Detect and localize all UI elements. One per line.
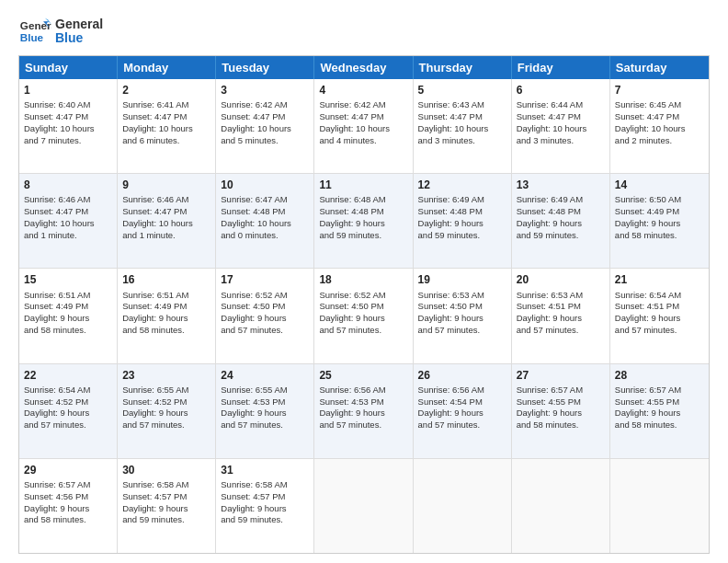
empty-cell xyxy=(512,459,610,553)
day-info-line: and 57 minutes. xyxy=(615,325,704,337)
day-info-line: Sunrise: 6:55 AM xyxy=(221,385,309,396)
day-info-line: Sunrise: 6:55 AM xyxy=(122,385,210,396)
day-number: 7 xyxy=(615,83,704,98)
day-info-line: Daylight: 10 hours xyxy=(122,123,210,135)
day-cell-12: 12Sunrise: 6:49 AMSunset: 4:48 PMDayligh… xyxy=(414,174,512,268)
calendar-row-4: 22Sunrise: 6:54 AMSunset: 4:52 PMDayligh… xyxy=(19,364,709,459)
day-cell-28: 28Sunrise: 6:57 AMSunset: 4:55 PMDayligh… xyxy=(610,364,709,458)
day-info-line: and 58 minutes. xyxy=(615,230,704,242)
day-number: 25 xyxy=(319,368,407,383)
day-number: 5 xyxy=(418,83,506,98)
day-info-line: and 57 minutes. xyxy=(122,419,210,431)
day-info-line: and 57 minutes. xyxy=(24,419,112,431)
day-cell-8: 8Sunrise: 6:46 AMSunset: 4:47 PMDaylight… xyxy=(19,174,118,268)
day-cell-3: 3Sunrise: 6:42 AMSunset: 4:47 PMDaylight… xyxy=(216,79,314,173)
day-number: 1 xyxy=(24,83,112,98)
day-cell-13: 13Sunrise: 6:49 AMSunset: 4:48 PMDayligh… xyxy=(512,174,610,268)
day-number: 18 xyxy=(319,272,407,287)
day-info-line: Daylight: 10 hours xyxy=(418,123,506,135)
day-info-line: Sunrise: 6:47 AM xyxy=(221,194,309,206)
day-cell-23: 23Sunrise: 6:55 AMSunset: 4:52 PMDayligh… xyxy=(118,364,216,458)
day-info-line: Daylight: 10 hours xyxy=(517,123,605,135)
day-info-line: Sunset: 4:47 PM xyxy=(319,111,407,123)
day-info-line: Daylight: 9 hours xyxy=(221,503,309,515)
day-info-line: Sunset: 4:47 PM xyxy=(24,206,112,218)
day-info-line: Daylight: 9 hours xyxy=(221,313,309,325)
day-info-line: and 6 minutes. xyxy=(122,135,210,147)
day-cell-29: 29Sunrise: 6:57 AMSunset: 4:56 PMDayligh… xyxy=(19,459,118,553)
day-info-line: Sunset: 4:47 PM xyxy=(24,111,112,123)
day-info-line: Sunrise: 6:53 AM xyxy=(517,290,605,302)
header-day-saturday: Saturday xyxy=(610,56,709,79)
day-info-line: Sunrise: 6:51 AM xyxy=(122,290,210,302)
day-info-line: Sunrise: 6:49 AM xyxy=(517,194,605,206)
day-number: 20 xyxy=(517,272,605,287)
day-info-line: and 57 minutes. xyxy=(418,325,506,337)
day-cell-15: 15Sunrise: 6:51 AMSunset: 4:49 PMDayligh… xyxy=(19,269,118,362)
day-number: 30 xyxy=(122,463,210,477)
day-info-line: Daylight: 9 hours xyxy=(24,503,112,515)
calendar-header: SundayMondayTuesdayWednesdayThursdayFrid… xyxy=(19,56,709,79)
day-info-line: and 3 minutes. xyxy=(517,135,605,147)
logo-blue: Blue xyxy=(55,31,103,45)
header-day-sunday: Sunday xyxy=(19,56,118,79)
day-number: 29 xyxy=(24,463,112,477)
day-info-line: and 58 minutes. xyxy=(24,325,112,337)
day-info-line: Sunset: 4:49 PM xyxy=(24,301,112,313)
day-info-line: Sunset: 4:48 PM xyxy=(221,206,309,218)
day-cell-1: 1Sunrise: 6:40 AMSunset: 4:47 PMDaylight… xyxy=(19,79,118,173)
day-info-line: Sunset: 4:50 PM xyxy=(221,301,309,313)
day-number: 15 xyxy=(24,272,112,287)
day-info-line: Sunrise: 6:42 AM xyxy=(319,99,407,111)
day-info-line: Daylight: 10 hours xyxy=(122,218,210,230)
day-number: 2 xyxy=(122,83,210,98)
header-day-wednesday: Wednesday xyxy=(314,56,413,79)
day-info-line: Sunrise: 6:56 AM xyxy=(418,385,506,396)
day-info-line: Daylight: 9 hours xyxy=(418,408,506,419)
day-info-line: and 57 minutes. xyxy=(319,325,407,337)
day-info-line: Sunset: 4:48 PM xyxy=(517,206,605,218)
day-info-line: Sunset: 4:47 PM xyxy=(122,206,210,218)
day-info-line: Daylight: 9 hours xyxy=(418,313,506,325)
day-number: 22 xyxy=(24,368,112,383)
day-number: 6 xyxy=(517,83,605,98)
day-info-line: Daylight: 9 hours xyxy=(24,313,112,325)
day-number: 16 xyxy=(122,272,210,287)
day-info-line: Daylight: 10 hours xyxy=(24,218,112,230)
day-info-line: Daylight: 9 hours xyxy=(122,503,210,515)
day-info-line: Sunset: 4:52 PM xyxy=(24,396,112,408)
day-info-line: Sunset: 4:49 PM xyxy=(122,301,210,313)
day-info-line: Sunset: 4:55 PM xyxy=(517,396,605,408)
logo-general: General xyxy=(55,17,103,31)
day-number: 26 xyxy=(418,368,506,383)
day-cell-20: 20Sunrise: 6:53 AMSunset: 4:51 PMDayligh… xyxy=(512,269,610,362)
day-info-line: Sunset: 4:54 PM xyxy=(418,396,506,408)
day-cell-10: 10Sunrise: 6:47 AMSunset: 4:48 PMDayligh… xyxy=(216,174,314,268)
day-info-line: and 57 minutes. xyxy=(221,419,309,431)
day-number: 17 xyxy=(221,272,309,287)
day-info-line: Sunrise: 6:42 AM xyxy=(221,99,309,111)
day-info-line: Sunset: 4:50 PM xyxy=(319,301,407,313)
day-cell-24: 24Sunrise: 6:55 AMSunset: 4:53 PMDayligh… xyxy=(216,364,314,458)
day-cell-6: 6Sunrise: 6:44 AMSunset: 4:47 PMDaylight… xyxy=(512,79,610,173)
day-info-line: Daylight: 10 hours xyxy=(24,123,112,135)
day-number: 23 xyxy=(122,368,210,383)
day-cell-19: 19Sunrise: 6:53 AMSunset: 4:50 PMDayligh… xyxy=(414,269,512,362)
day-info-line: Sunrise: 6:52 AM xyxy=(319,290,407,302)
day-info-line: and 0 minutes. xyxy=(221,230,309,242)
calendar: SundayMondayTuesdayWednesdayThursdayFrid… xyxy=(18,55,710,554)
day-cell-22: 22Sunrise: 6:54 AMSunset: 4:52 PMDayligh… xyxy=(19,364,118,458)
day-info-line: Sunrise: 6:54 AM xyxy=(24,385,112,396)
day-cell-21: 21Sunrise: 6:54 AMSunset: 4:51 PMDayligh… xyxy=(610,269,709,362)
day-cell-18: 18Sunrise: 6:52 AMSunset: 4:50 PMDayligh… xyxy=(314,269,413,362)
day-number: 8 xyxy=(24,178,112,192)
day-info-line: Sunset: 4:53 PM xyxy=(221,396,309,408)
calendar-row-2: 8Sunrise: 6:46 AMSunset: 4:47 PMDaylight… xyxy=(19,174,709,269)
day-info-line: Sunset: 4:48 PM xyxy=(418,206,506,218)
day-number: 27 xyxy=(517,368,605,383)
day-cell-25: 25Sunrise: 6:56 AMSunset: 4:53 PMDayligh… xyxy=(314,364,413,458)
day-cell-30: 30Sunrise: 6:58 AMSunset: 4:57 PMDayligh… xyxy=(118,459,216,553)
header-day-thursday: Thursday xyxy=(414,56,512,79)
day-cell-7: 7Sunrise: 6:45 AMSunset: 4:47 PMDaylight… xyxy=(610,79,709,173)
day-info-line: Sunrise: 6:44 AM xyxy=(517,99,605,111)
